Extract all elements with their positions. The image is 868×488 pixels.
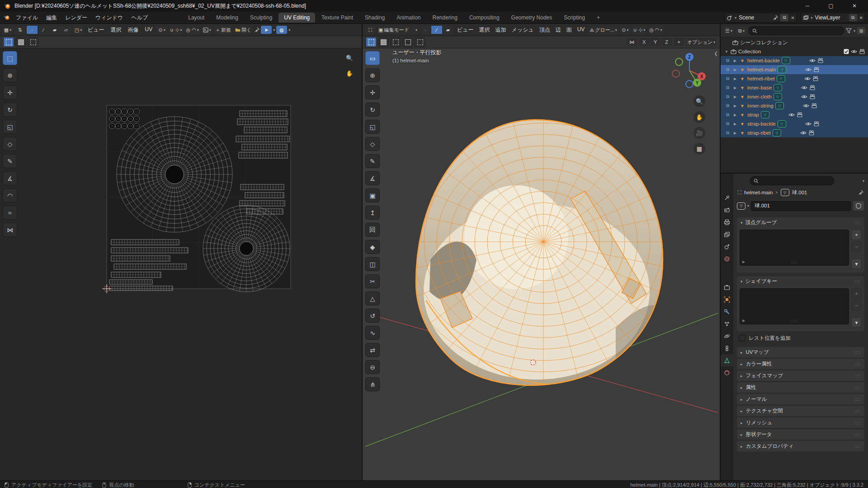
outliner-row-inner-cloth[interactable]: ⧉▶▼inner-cloth▽ [721,92,868,101]
list-grip[interactable]: :::: [791,260,797,264]
viewport-menu-2[interactable]: 追加 [493,25,509,35]
panel-grip[interactable]: :::: [854,279,861,284]
disable-render-camera-icon[interactable] [813,67,820,72]
workspace-tab-texture-paint[interactable]: Texture Paint [316,13,359,23]
knife-tool-icon[interactable]: ✂ [365,274,380,288]
new-scene-button[interactable]: ⧉ [780,14,788,21]
panel-フェイスマップ[interactable]: ▸フェイスマップ:::: [737,371,864,381]
workspace-tab-rendering[interactable]: Rendering [427,13,463,23]
disable-render-camera-icon[interactable] [809,94,816,99]
view-layer-selector[interactable]: ▾ ViewLayer ⧉ ✕ [801,13,865,23]
outliner-display-mode-icon[interactable]: ⧉▾ [736,27,747,35]
object-name[interactable]: helmet-main [747,67,776,72]
open-image-button[interactable]: 開く [234,26,253,34]
filter-icon[interactable] [846,28,852,33]
workspace-tab-uv-editing[interactable]: UV Editing [278,13,315,23]
uv-select-mode-set[interactable] [3,37,14,47]
resize-corner[interactable]: ▶ [742,260,745,264]
disclosure-triangle[interactable]: ▶ [733,104,737,108]
bevel-tool-icon[interactable]: ◆ [365,240,380,254]
workspace-tab-compositing[interactable]: Compositing [464,13,505,23]
outliner-row-scene-collection[interactable]: シーンコレクション [721,38,868,47]
object-name[interactable]: strap [747,112,759,117]
scene-dropdown-chevron[interactable]: ▾ [735,16,736,20]
workspace-tab-layout[interactable]: Layout [183,13,210,23]
extrude-region-tool-icon[interactable]: ↥ [365,206,380,220]
uv-sticky-selection-dropdown[interactable]: ◳▾ [73,26,84,34]
uv-proportional-edit-dropdown[interactable]: ◎ ◠▾ [185,26,200,34]
properties-tab-object-data[interactable] [721,354,733,366]
disclosure-triangle[interactable]: ▶ [733,68,737,72]
add-vertex-group-button[interactable]: ＋ [851,230,862,240]
rest-position-checkbox[interactable] [739,335,745,342]
annotate-tool-icon[interactable]: ✎ [3,154,17,168]
move-tool-icon[interactable]: ✛ [365,85,380,99]
hide-eye-icon[interactable] [801,94,807,99]
disclosure-triangle[interactable]: ▶ [733,77,737,81]
disable-render-camera-icon[interactable] [797,112,803,117]
uv-canvas[interactable] [0,47,362,480]
panel-カラー属性[interactable]: ▸カラー属性:::: [737,359,864,369]
workspace-tab-modeling[interactable]: Modeling [211,13,244,23]
loop-cut-tool-icon[interactable]: ◫ [365,257,380,271]
hide-eye-icon[interactable] [851,49,857,54]
uv-select-mode-subtract[interactable] [28,37,38,47]
disable-render-camera-icon[interactable] [859,49,865,54]
object-name[interactable]: helmet-backle [747,58,780,63]
exclude-checkbox[interactable] [844,49,849,54]
uv-overlays-dropdown[interactable]: ▾ [288,28,290,32]
uv-select-face-button[interactable]: ▰ [49,26,60,34]
select-mode-invert[interactable] [402,37,413,47]
navigation-gizmo[interactable]: ZXY [669,50,710,91]
outliner-row-inner-base[interactable]: ⧉▶▼inner-base▽ [721,83,868,92]
properties-tab-output[interactable] [721,216,733,228]
view-layer-name[interactable]: ViewLayer [815,14,847,21]
measure-tool-icon[interactable]: ∡ [365,171,380,185]
spin-tool-icon[interactable]: ↺ [365,309,380,323]
maximize-button[interactable]: ▢ [821,0,841,12]
properties-tab-world[interactable] [721,253,733,265]
new-collection-button[interactable]: ⊞ [857,27,865,34]
inset-faces-tool-icon[interactable]: 回 [365,223,380,237]
vertex-select-button[interactable]: ∙ [420,26,431,34]
pin-icon[interactable] [773,15,778,20]
topbar-menu-1[interactable]: 編集 [42,13,61,23]
disable-render-camera-icon[interactable] [812,76,819,81]
transform-tool-icon[interactable]: ◇ [3,137,17,151]
hide-eye-icon[interactable] [803,103,809,108]
object-name[interactable]: inner-cloth [747,94,772,99]
uv-select-island-button[interactable]: ▱ [61,26,71,34]
outliner-row-strap[interactable]: ⧉▶▼strap▽ [721,110,868,119]
mirror-x-button[interactable]: X [639,38,650,46]
object-name[interactable]: inner-string [747,103,774,108]
panel-grip[interactable]: :::: [854,350,861,355]
properties-tab-particles[interactable] [721,318,733,330]
vertex-groups-header[interactable]: ▾頂点グループ :::: [737,217,864,228]
panel-ノーマル[interactable]: ▸ノーマル:::: [737,394,864,404]
workspace-tab-geometry-nodes[interactable]: Geometry Nodes [506,13,558,23]
viewport-menu-1[interactable]: 選択 [477,25,492,35]
panel-UVマップ[interactable]: ▸UVマップ:::: [737,347,864,357]
uv-snap-dropdown[interactable]: ∪ ⊹▾ [169,26,183,34]
uv-pivot-dropdown[interactable]: ⊙▾ [156,26,167,34]
shape-key-specials-menu[interactable]: ▾ [851,317,862,328]
vertex-group-specials-menu[interactable]: ▾ [851,258,862,269]
hide-eye-icon[interactable] [788,112,795,117]
panel-形状データ[interactable]: ▸形状データ:::: [737,429,864,440]
remove-vertex-group-button[interactable]: − [851,241,862,252]
face-select-button[interactable]: ▰ [443,26,453,34]
uv-menu-1[interactable]: 選択 [108,25,124,35]
mesh-name-field[interactable]: 球.001 [751,201,851,211]
minimize-button[interactable]: ─ [797,0,817,12]
browse-mesh-chevron[interactable]: ▾ [747,204,749,208]
mode-dropdown[interactable]: ▣ 編集モード▾ [377,26,419,34]
uv-select-vertex-button[interactable]: ∙ [27,26,38,34]
viewport-pan-hand-icon[interactable]: ✋ [693,111,705,123]
hide-eye-icon[interactable] [805,121,811,127]
add-workspace-button[interactable]: + [591,13,605,23]
cursor-tool-icon[interactable]: ⊕ [365,68,380,82]
workspace-tab-shading[interactable]: Shading [359,13,390,23]
rip-region-tool-icon[interactable]: ⋔ [365,377,380,391]
panel-grip[interactable]: :::: [854,221,861,225]
panel-grip[interactable]: :::: [854,362,861,366]
